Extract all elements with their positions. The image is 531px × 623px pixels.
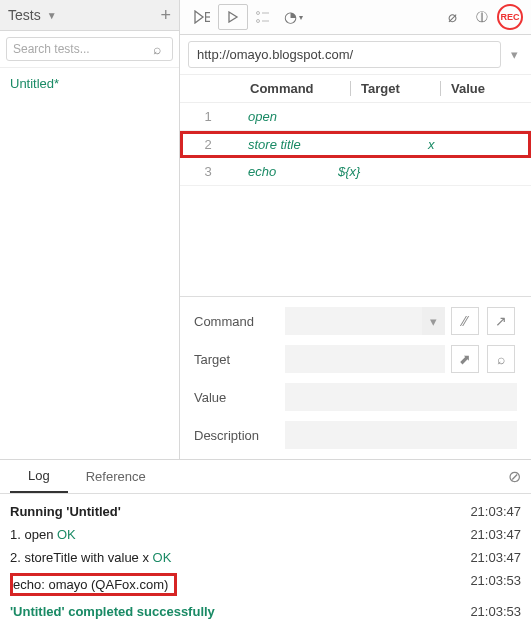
log-ts: 21:03:47	[470, 550, 521, 565]
log-echo: echo: omayo (QAFox.com)	[10, 573, 177, 596]
record-button[interactable]: REC	[497, 4, 523, 30]
tests-panel: Tests ▼ + ⌕ Untitled*	[0, 0, 180, 459]
command-dropdown-icon[interactable]: ▾	[422, 307, 445, 335]
log-pre: 2. storeTitle with value x	[10, 550, 153, 565]
log-running: Running 'Untitled'	[10, 504, 121, 519]
description-label: Description	[194, 428, 279, 443]
log-ok: OK	[153, 550, 172, 565]
table-row[interactable]: 3 echo ${x}	[180, 158, 531, 186]
toggle-comment-button[interactable]: ⁄⁄	[451, 307, 479, 335]
log-line: 2. storeTitle with value x OK 21:03:47	[10, 546, 521, 569]
svg-rect-1	[205, 12, 210, 13]
toolbar: ◔▾ ⌀ ⦷ REC	[180, 0, 531, 35]
col-target: Target	[350, 81, 440, 96]
log-ts: 21:03:53	[470, 573, 521, 596]
value-input[interactable]	[285, 383, 517, 411]
row-value: x	[428, 137, 435, 152]
svg-rect-7	[262, 20, 269, 22]
svg-rect-2	[205, 16, 210, 17]
log-ts: 21:03:47	[470, 504, 521, 519]
chevron-down-icon[interactable]: ▼	[47, 10, 57, 21]
command-input[interactable]	[285, 307, 422, 335]
log-line: 'Untitled' completed successfully 21:03:…	[10, 600, 521, 623]
tests-title: Tests	[8, 7, 41, 23]
search-input[interactable]	[6, 37, 173, 61]
run-button[interactable]	[218, 4, 248, 30]
clear-log-button[interactable]: ⊘	[508, 467, 521, 486]
col-value: Value	[440, 81, 485, 96]
table-row[interactable]: 2 store title x	[180, 131, 531, 158]
row-number: 2	[188, 137, 228, 152]
row-command: open	[228, 109, 338, 124]
pause-button[interactable]: ⦷	[467, 4, 497, 30]
editor-panel: ◔▾ ⌀ ⦷ REC ▾ Command Target Value 1 open…	[180, 0, 531, 459]
row-number: 1	[188, 109, 228, 124]
row-target: ${x}	[338, 164, 428, 179]
log-ok: OK	[57, 527, 76, 542]
command-label: Command	[194, 314, 279, 329]
description-input[interactable]	[285, 421, 517, 449]
row-command: echo	[228, 164, 338, 179]
log-line: Running 'Untitled' 21:03:47	[10, 500, 521, 523]
value-label: Value	[194, 390, 279, 405]
target-label: Target	[194, 352, 279, 367]
log-body: Running 'Untitled' 21:03:47 1. open OK 2…	[0, 494, 531, 623]
command-table-header: Command Target Value	[180, 75, 531, 103]
speed-button[interactable]: ◔▾	[278, 4, 308, 30]
svg-rect-3	[205, 21, 210, 22]
step-button[interactable]	[248, 4, 278, 30]
select-target-button[interactable]: ⬈	[451, 345, 479, 373]
test-item[interactable]: Untitled*	[0, 68, 179, 99]
tab-reference[interactable]: Reference	[68, 461, 164, 492]
command-form: Command ▾ ⁄⁄ ↗ Target ⬈ ⌕ Value Descript…	[180, 297, 531, 459]
run-all-button[interactable]	[188, 4, 218, 30]
base-url-input[interactable]	[188, 41, 501, 68]
svg-point-5	[257, 20, 260, 23]
row-number: 3	[188, 164, 228, 179]
find-target-button[interactable]: ⌕	[487, 345, 515, 373]
table-row[interactable]: 1 open	[180, 103, 531, 131]
command-rows: 1 open 2 store title x 3 echo ${x}	[180, 103, 531, 186]
search-wrap: ⌕	[0, 31, 179, 68]
svg-point-4	[257, 12, 260, 15]
tab-log[interactable]: Log	[10, 460, 68, 493]
add-test-button[interactable]: +	[160, 6, 171, 24]
svg-rect-6	[262, 12, 269, 14]
disable-breakpoints-button[interactable]: ⌀	[437, 4, 467, 30]
target-input[interactable]	[285, 345, 445, 373]
log-line: 1. open OK 21:03:47	[10, 523, 521, 546]
editor-empty-area[interactable]	[180, 186, 531, 297]
tests-header: Tests ▼ +	[0, 0, 179, 31]
url-bar: ▾	[180, 35, 531, 75]
log-ts: 21:03:47	[470, 527, 521, 542]
url-dropdown-icon[interactable]: ▾	[505, 47, 523, 62]
log-ts: 21:03:53	[470, 604, 521, 619]
log-success: 'Untitled' completed successfully	[10, 604, 470, 619]
log-pre: 1. open	[10, 527, 57, 542]
open-window-button[interactable]: ↗	[487, 307, 515, 335]
log-tabs: Log Reference ⊘	[0, 460, 531, 494]
log-line: echo: omayo (QAFox.com) 21:03:53	[10, 569, 521, 600]
row-command: store title	[228, 137, 338, 152]
col-command: Command	[250, 81, 350, 96]
